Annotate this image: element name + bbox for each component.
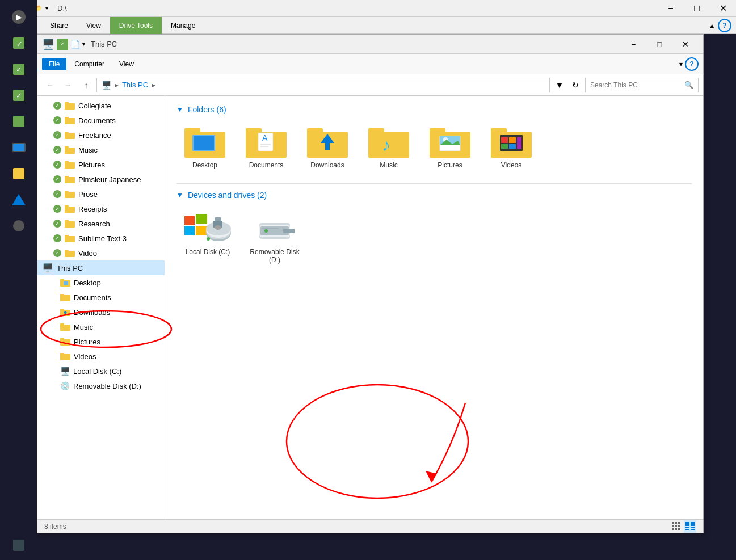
outer-window-title-bar: ⬛ 💾 📂 ▾ D:\ − □ ✕ Home Share View Drive … [0,0,736,34]
folder-icon-freelance [65,131,75,139]
sidebar-item-freelance[interactable]: Freelance [37,128,165,142]
sidebar-item-videos-sub[interactable]: Videos [37,349,165,364]
list-view-button[interactable] [670,520,683,533]
folder-icon-research [65,220,75,228]
svg-text:A: A [262,133,268,142]
svg-text:♪: ♪ [382,136,390,154]
outer-maximize-button[interactable]: □ [684,0,710,17]
folder-item-videos[interactable]: Videos [483,121,540,174]
sidebar-item-video[interactable]: Video [37,246,165,260]
sidebar-item-pictures[interactable]: Pictures [37,157,165,172]
taskbar-icon-1[interactable]: ▶ [6,5,31,30]
sidebar-item-sublime[interactable]: Sublime Text 3 [37,231,165,246]
sidebar-item-music[interactable]: Music [37,142,165,157]
explorer-help-button[interactable]: ? [685,57,699,71]
star-icon-pimsleur [53,175,61,183]
section-divider [176,183,692,184]
drive-item-removabled[interactable]: Removable Disk(D:) [243,207,306,269]
drive-c-icon: 🖥️ [60,367,70,376]
explorer-title-bar: 🖥️ ✓ 📄 ▾ This PC − □ ✕ [37,35,703,54]
taskbar-icon-10[interactable] [6,533,31,558]
outer-minimize-button[interactable]: − [658,0,684,17]
sidebar-item-research[interactable]: Research [37,216,165,231]
folders-section-title: Folders (6) [188,105,226,114]
ribbon-tab-computer[interactable]: Computer [68,58,111,70]
svg-rect-96 [685,529,689,530]
outer-tab-view[interactable]: View [77,17,110,34]
ribbon-tab-file[interactable]: File [42,58,66,70]
sidebar-label-receipts: Receipts [78,205,107,213]
search-box[interactable]: 🔍 [585,78,699,92]
sidebar-item-collegiate[interactable]: Collegiate [37,98,165,113]
taskbar-icon-7[interactable] [6,161,31,186]
svg-rect-15 [65,205,69,208]
outer-tab-share[interactable]: Share [41,17,77,34]
sidebar-item-thispc[interactable]: 🖥️ This PC [37,260,165,275]
folder-item-documents[interactable]: A Documents [238,121,295,174]
svg-rect-21 [65,250,69,252]
sidebar-item-desktop-sub[interactable]: Desktop [37,275,165,290]
svg-rect-9 [65,161,69,163]
forward-button[interactable]: → [60,77,76,93]
tiles-view-icon [685,522,695,531]
address-refresh-button[interactable]: ↻ [568,78,583,92]
star-icon-freelance [53,131,61,139]
folder-item-pictures[interactable]: Pictures [422,121,478,174]
taskbar-icon-2[interactable]: ✓ [6,31,31,56]
taskbar-icon-4[interactable]: ✓ [6,83,31,108]
qa-doc-icon[interactable]: 📄 [70,40,80,49]
svg-rect-68 [184,226,195,235]
qa-checkmark-icon[interactable]: ✓ [57,39,68,50]
svg-rect-13 [65,191,69,193]
devices-toggle[interactable]: ▼ [176,191,183,199]
sidebar-item-documents[interactable]: Documents [37,113,165,128]
help-button[interactable]: ? [718,19,731,32]
svg-rect-47 [307,128,323,135]
sidebar-item-removabled[interactable]: 💿 Removable Disk (D:) [37,378,165,393]
star-icon-collegiate [53,102,61,110]
path-segment-thispc[interactable]: This PC [122,81,148,89]
star-icon-documents [53,116,61,124]
taskbar-icon-3[interactable]: ✓ [6,57,31,82]
folder-item-downloads[interactable]: Downloads [299,121,356,174]
svg-rect-114 [13,144,24,151]
sidebar-item-music-sub[interactable]: Music [37,319,165,334]
search-input[interactable] [590,81,682,89]
folder-icon-documents [65,116,75,124]
outer-close-button[interactable]: ✕ [710,0,736,17]
explorer-maximize-button[interactable]: □ [646,35,672,54]
qa-dropdown-icon[interactable]: ▾ [82,41,85,47]
sidebar-item-downloads-sub[interactable]: Downloads [37,305,165,319]
sidebar-item-documents-sub[interactable]: Documents [37,290,165,305]
sidebar-item-prose[interactable]: Prose [37,187,165,201]
outer-tab-manage[interactable]: Manage [162,17,204,34]
drive-item-localc[interactable]: Local Disk (C:) [176,207,239,269]
sidebar-item-receipts[interactable]: Receipts [37,201,165,216]
svg-rect-100 [691,529,695,530]
taskbar-icon-9[interactable] [6,213,31,238]
taskbar-icon-6[interactable] [6,135,31,160]
address-path[interactable]: 🖥️ ► This PC ► [96,78,550,92]
folder-icon-documents-sub [60,293,70,301]
ribbon-tab-view[interactable]: View [112,58,141,70]
svg-rect-84 [672,522,674,524]
outer-tab-drive-tools[interactable]: Drive Tools [110,17,162,34]
up-button[interactable]: ↑ [78,77,94,93]
explorer-close-button[interactable]: ✕ [672,35,699,54]
sidebar-item-localc[interactable]: 🖥️ Local Disk (C:) [37,364,165,378]
svg-rect-91 [675,528,677,530]
ribbon-collapse-button[interactable]: ▲ [708,22,716,30]
explorer-minimize-button[interactable]: − [620,35,646,54]
ribbon-expand-icon[interactable]: ▾ [679,60,683,68]
tiles-view-button[interactable] [684,520,696,533]
folder-item-music[interactable]: ♪ Music [360,121,417,174]
taskbar-icon-8[interactable] [6,187,31,212]
folders-toggle[interactable]: ▼ [176,106,183,113]
sidebar-item-pimsleur[interactable]: Pimsleur Japanese [37,172,165,187]
outer-dropdown-arrow[interactable]: ▾ [45,5,48,11]
sidebar-item-pictures-sub[interactable]: Pictures [37,334,165,349]
address-dropdown-button[interactable]: ▼ [552,78,567,92]
taskbar-icon-5[interactable] [6,109,31,134]
folder-item-desktop[interactable]: Desktop [176,121,233,174]
back-button[interactable]: ← [42,77,58,93]
